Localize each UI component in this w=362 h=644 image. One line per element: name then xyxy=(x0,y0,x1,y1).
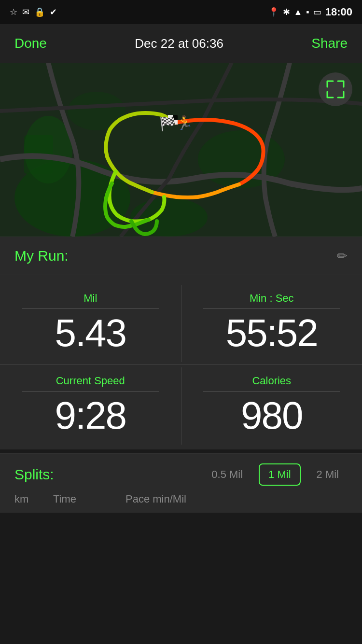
start-flag: 🏁 xyxy=(159,116,176,132)
time-label: Min : Sec xyxy=(196,292,348,305)
table-headers: km Time Pace min/Mil xyxy=(14,486,348,508)
bluetooth-icon: ✱ xyxy=(283,7,290,17)
status-bar: ☆ ✉ 🔒 ✔ 📍 ✱ ▲ ▪ ▭ 18:00 xyxy=(0,0,362,24)
speed-label: Current Speed xyxy=(14,375,167,387)
distance-value: 5.43 xyxy=(55,311,126,354)
split-btn-2mil[interactable]: 2 Mil xyxy=(308,464,348,485)
calories-value: 980 xyxy=(241,394,302,437)
key-icon: 🔒 xyxy=(34,7,45,17)
distance-divider xyxy=(22,308,159,309)
status-icons-right: 📍 ✱ ▲ ▪ ▭ 18:00 xyxy=(268,6,353,18)
battery-icon: ▭ xyxy=(313,7,321,17)
col-pace: Pace min/Mil xyxy=(125,493,348,505)
check-icon: ✔ xyxy=(50,7,57,17)
status-icons-left: ☆ ✉ 🔒 ✔ xyxy=(10,7,57,17)
runner-icon: 🏃 xyxy=(176,115,193,131)
speed-divider xyxy=(22,391,159,392)
map-expand-button[interactable] xyxy=(319,72,352,106)
splits-options: 0.5 Mil 1 Mil 2 Mil xyxy=(203,463,348,486)
time-divider xyxy=(203,308,340,309)
my-run-label: My Run: xyxy=(14,248,69,264)
edit-icon[interactable]: ✏ xyxy=(337,249,348,264)
status-time: 18:00 xyxy=(325,6,352,18)
calories-label: Calories xyxy=(196,375,348,387)
split-btn-1mil[interactable]: 1 Mil xyxy=(259,463,300,486)
col-km: km xyxy=(14,493,53,505)
share-button[interactable]: Share xyxy=(311,36,348,51)
splits-label: Splits: xyxy=(14,466,54,483)
alarm-icon: ☆ xyxy=(10,7,17,17)
header: Done Dec 22 at 06:36 Share xyxy=(0,24,362,63)
svg-point-2 xyxy=(130,198,208,237)
wifi-icon: ▲ xyxy=(294,7,303,17)
header-title: Dec 22 at 06:36 xyxy=(135,36,223,51)
speed-value: 9:28 xyxy=(55,394,126,437)
time-value: 55:52 xyxy=(226,311,318,354)
stat-calories: Calories 980 xyxy=(181,367,362,445)
stat-distance: Mil 5.43 xyxy=(0,285,181,362)
col-time: Time xyxy=(53,493,125,505)
map-svg xyxy=(0,63,362,237)
stat-speed: Current Speed 9:28 xyxy=(0,367,181,445)
svg-point-6 xyxy=(68,92,125,130)
expand-icon xyxy=(326,80,345,99)
split-btn-0.5mil[interactable]: 0.5 Mil xyxy=(203,464,251,485)
stats-container: Mil 5.43 Min : Sec 55:52 Current Speed 9… xyxy=(0,275,362,449)
stats-row-1: Mil 5.43 Min : Sec 55:52 xyxy=(0,285,362,362)
splits-section: Splits: 0.5 Mil 1 Mil 2 Mil km Time Pace… xyxy=(0,453,362,513)
email-icon: ✉ xyxy=(22,7,29,17)
my-run-section: My Run: ✏ xyxy=(0,237,362,275)
done-button[interactable]: Done xyxy=(14,36,47,51)
map-container: 🏁 🏃 xyxy=(0,63,362,237)
stat-time: Min : Sec 55:52 xyxy=(181,285,362,362)
distance-label: Mil xyxy=(14,292,167,305)
location-icon: 📍 xyxy=(268,7,279,17)
stats-row-2: Current Speed 9:28 Calories 980 xyxy=(0,364,362,445)
splits-row: Splits: 0.5 Mil 1 Mil 2 Mil xyxy=(14,463,348,486)
signal-icon: ▪ xyxy=(306,7,309,17)
calories-divider xyxy=(203,391,340,392)
